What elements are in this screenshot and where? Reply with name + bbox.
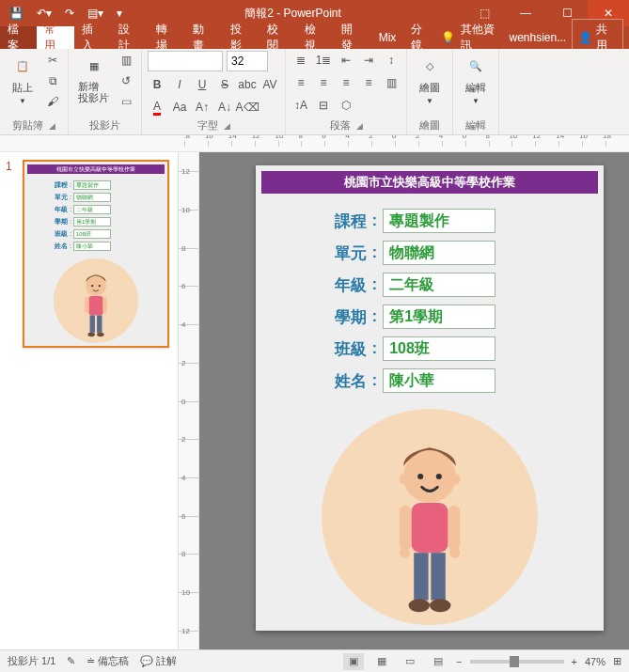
info-row: 單元:物聯網 [314, 237, 496, 269]
justify-icon[interactable]: ≡ [359, 73, 378, 92]
svg-point-9 [97, 333, 104, 336]
info-label: 姓名 [314, 370, 367, 392]
shadow-button[interactable]: abc [238, 75, 257, 94]
align-text-icon[interactable]: ⊟ [314, 96, 333, 115]
comments-button[interactable]: 💬 註解 [140, 654, 177, 668]
fit-to-window-icon[interactable]: ⊞ [613, 655, 621, 667]
grow-font-icon[interactable]: A↑ [193, 98, 212, 117]
tab-animations[interactable]: 動畫 [185, 26, 222, 49]
paste-button[interactable]: 📋 貼上 ▼ [6, 51, 39, 107]
tellme-icon[interactable]: 💡 [441, 31, 455, 44]
zoom-slider[interactable] [470, 660, 564, 664]
slide-number: 1 [6, 160, 17, 348]
svg-rect-15 [411, 503, 448, 553]
svg-point-18 [399, 548, 409, 558]
italic-button[interactable]: I [170, 75, 189, 94]
svg-rect-5 [103, 297, 107, 313]
user-label[interactable]: wenhsien... [509, 31, 566, 44]
font-color-icon[interactable]: A [148, 98, 166, 117]
svg-point-19 [449, 548, 460, 558]
group-font: B I U S abc AV A Aa A↑ A↓ A⌫ 字型 ◢ [142, 49, 286, 134]
slide-indicator[interactable]: 投影片 1/1 [8, 654, 55, 668]
align-left-icon[interactable]: ≡ [291, 73, 310, 92]
zoom-in-icon[interactable]: + [572, 656, 577, 667]
tab-file[interactable]: 檔案 [0, 26, 37, 49]
font-dialog-launcher-icon[interactable]: ◢ [224, 121, 230, 131]
numbering-icon[interactable]: 1≣ [314, 51, 333, 70]
change-case-icon[interactable]: Aa [170, 98, 189, 117]
bold-button[interactable]: B [148, 75, 166, 94]
tab-view[interactable]: 檢視 [297, 26, 334, 49]
group-drawing: ◇ 繪圖 ▼ 繪圖 [407, 49, 453, 134]
align-right-icon[interactable]: ≡ [337, 73, 355, 92]
line-spacing-icon[interactable]: ↕ [382, 51, 401, 70]
char-spacing-icon[interactable]: AV [260, 75, 279, 94]
strikethrough-button[interactable]: S [215, 75, 234, 94]
copy-icon[interactable]: ⧉ [43, 71, 62, 90]
clipboard-group-label: 剪貼簿 [12, 118, 43, 133]
tab-design[interactable]: 設計 [111, 26, 148, 49]
shrink-font-icon[interactable]: A↓ [215, 98, 234, 117]
slide-canvas[interactable]: 桃園市立快樂高級中等學校作業 課程:專題製作單元:物聯網年級:二年級學期:第1學… [199, 152, 629, 649]
sorter-view-icon[interactable]: ▦ [371, 653, 392, 670]
cut-icon[interactable]: ✂ [43, 51, 62, 70]
indent-decrease-icon[interactable]: ⇤ [337, 51, 355, 70]
zoom-level[interactable]: 47% [585, 656, 605, 667]
start-from-beginning-icon[interactable]: ▤▾ [87, 7, 103, 20]
font-group-label: 字型 [197, 118, 218, 133]
columns-icon[interactable]: ▥ [382, 73, 401, 92]
reset-icon[interactable]: ↺ [117, 71, 135, 90]
font-family-select[interactable] [148, 51, 223, 71]
smartart-icon[interactable]: ⬡ [337, 96, 355, 115]
save-icon[interactable]: 💾 [9, 7, 24, 20]
spell-check-icon[interactable]: ✎ [67, 655, 75, 667]
info-row: 姓名:陳小華 [314, 365, 496, 397]
tab-slideshow[interactable]: 投影 [223, 26, 259, 49]
tab-addin[interactable]: 分鏡 [403, 26, 440, 49]
zoom-out-icon[interactable]: − [456, 656, 462, 667]
editing-button[interactable]: 🔍 編輯 ▼ [459, 51, 493, 107]
window-title: 簡報2 - PowerPoint [122, 6, 464, 22]
normal-view-icon[interactable]: ▣ [343, 653, 364, 670]
editing-label: 編輯 [465, 81, 486, 95]
group-editing: 🔍 編輯 ▼ 編輯 [453, 49, 499, 134]
new-slide-button[interactable]: ▦ 新增 投影片 [74, 51, 113, 105]
tab-mix[interactable]: Mix [371, 26, 404, 49]
slide[interactable]: 桃園市立快樂高級中等學校作業 課程:專題製作單元:物聯網年級:二年級學期:第1學… [256, 165, 604, 631]
layout-icon[interactable]: ▥ [117, 51, 135, 70]
font-size-select[interactable] [227, 51, 268, 71]
reading-view-icon[interactable]: ▭ [400, 653, 420, 670]
text-direction-icon[interactable]: ↕A [291, 96, 310, 115]
tab-insert[interactable]: 插入 [74, 26, 111, 49]
tab-home[interactable]: 常用 [37, 26, 73, 49]
info-value: 陳小華 [383, 368, 495, 393]
tab-review[interactable]: 校閱 [259, 26, 296, 49]
notes-button[interactable]: ≐ 備忘稿 [86, 654, 129, 668]
slideshow-view-icon[interactable]: ▤ [428, 653, 448, 670]
redo-icon[interactable]: ↷ [65, 7, 74, 20]
statusbar: 投影片 1/1 ✎ ≐ 備忘稿 💬 註解 ▣ ▦ ▭ ▤ − + 47% ⊞ [0, 649, 629, 672]
tab-developer[interactable]: 開發 [334, 26, 370, 49]
svg-rect-7 [97, 316, 102, 333]
info-colon: : [367, 339, 384, 358]
info-colon: : [367, 211, 384, 230]
align-center-icon[interactable]: ≡ [314, 73, 333, 92]
slide-thumbnail[interactable]: 桃園市立快樂高級中等學校作業 課程:專題製作單元:物聯網年級:二年級學期:第1學… [23, 160, 169, 348]
new-slide-icon: ▦ [81, 53, 107, 79]
horizontal-ruler: 18161412108642024681012141618 [184, 135, 629, 151]
indent-increase-icon[interactable]: ⇥ [359, 51, 378, 70]
undo-icon[interactable]: ↶▾ [37, 7, 52, 20]
clear-format-icon[interactable]: A⌫ [238, 98, 257, 117]
clipboard-dialog-launcher-icon[interactable]: ◢ [49, 121, 55, 131]
format-painter-icon[interactable]: 🖌 [43, 92, 62, 111]
tab-transitions[interactable]: 轉場 [149, 26, 185, 49]
zoom-thumb[interactable] [510, 656, 519, 667]
minimize-icon[interactable]: — [505, 0, 546, 26]
paragraph-dialog-launcher-icon[interactable]: ◢ [356, 121, 363, 131]
bullets-icon[interactable]: ≣ [291, 51, 310, 70]
info-value: 108班 [383, 336, 495, 361]
section-icon[interactable]: ▭ [117, 92, 135, 111]
underline-button[interactable]: U [193, 75, 212, 94]
info-label: 班級 [314, 338, 367, 360]
drawing-button[interactable]: ◇ 繪圖 ▼ [413, 51, 447, 107]
